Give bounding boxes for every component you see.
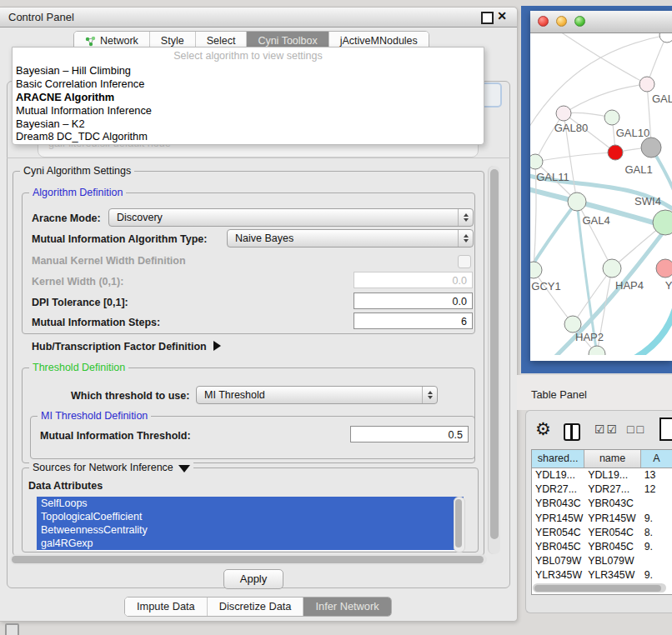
table-row[interactable]: YBR043CYBR043C	[532, 497, 672, 511]
zoom-traffic-light-icon[interactable]	[574, 16, 585, 27]
mi-algorithm-type-label: Mutual Information Algorithm Type:	[32, 233, 207, 245]
column-header[interactable]: name	[584, 450, 641, 468]
scrollbar-thumb[interactable]	[534, 585, 661, 592]
network-edge	[534, 270, 573, 324]
control-panel-window: Control Panel ✕ NetworkStyleSelectCyni T…	[0, 7, 518, 622]
manual-kernel-width-checkbox[interactable]	[458, 255, 471, 268]
control-panel-titlebar: Control Panel ✕	[0, 8, 517, 28]
network-node-gal4[interactable]	[568, 192, 586, 211]
which-threshold-combo[interactable]: MI Threshold	[196, 386, 438, 404]
minimize-traffic-light-icon[interactable]	[556, 16, 567, 27]
kernel-width-input[interactable]: 0.0	[354, 272, 473, 288]
table-panel-title: Table Panel	[531, 388, 587, 401]
combo-stepper-icon	[458, 230, 473, 247]
table-cell: 13	[641, 468, 672, 482]
algorithm-option[interactable]: ARACNE Algorithm	[13, 91, 484, 104]
mi-algorithm-type-combo[interactable]: Naive Bayes	[227, 229, 474, 248]
columns-icon[interactable]	[564, 423, 580, 441]
sources-group-title[interactable]: Sources for Network Inference	[29, 462, 193, 473]
bottom-tab-infer-network[interactable]: Infer Network	[303, 598, 390, 616]
algorithm-option[interactable]: Bayesian – Hill Climbing	[13, 64, 484, 78]
apply-button[interactable]: Apply	[223, 569, 283, 589]
network-node[interactable]	[641, 138, 661, 158]
table-row[interactable]: YDR27...YDR27...12	[532, 482, 672, 497]
node-label: Y	[665, 279, 672, 292]
network-canvas[interactable]: GALGAL80GAL10GAL1GAL11GAL4SWI4GCY1HAP4YH…	[530, 33, 672, 355]
algorithm-option[interactable]: Bayesian – K2	[13, 118, 484, 131]
table-panel-titlebar: Table Panel	[517, 375, 672, 410]
gear-icon[interactable]: ⚙	[535, 419, 551, 439]
node-label: GAL10	[616, 127, 649, 139]
scrollbar-thumb[interactable]	[455, 499, 462, 548]
threshold-definition-title: Threshold Definition	[29, 362, 128, 373]
algorithm-option[interactable]: Dream8 DC_TDC Algorithm	[13, 130, 484, 143]
node-label: GAL	[652, 92, 672, 105]
node-table: shared...nameA YDL19...YDL19...13YDR27..…	[531, 449, 672, 595]
table-horizontal-scrollbar[interactable]	[533, 583, 666, 592]
collapsed-panel-icon[interactable]	[5, 623, 19, 635]
network-node-hap4[interactable]	[603, 259, 621, 278]
bottom-tab-discretize-data[interactable]: Discretize Data	[208, 598, 304, 616]
network-node-gal10[interactable]	[604, 110, 619, 125]
hub-tf-section-toggle[interactable]: Hub/Transcription Factor Definition	[32, 341, 221, 352]
table-cell: 9.	[641, 512, 672, 526]
table-row[interactable]: YDL19...YDL19...13	[532, 468, 672, 482]
which-threshold-label: Which threshold to use:	[71, 390, 189, 402]
aracne-mode-combo[interactable]: Discovery	[108, 208, 474, 227]
network-node-hap2[interactable]	[564, 316, 581, 332]
data-attribute-item[interactable]: gal4RGexp	[37, 537, 464, 550]
network-edge	[629, 308, 672, 355]
manual-kernel-width-label: Manual Kernel Width Definition	[32, 255, 186, 267]
mi-threshold-input[interactable]: 0.5	[350, 426, 469, 442]
attributes-list-scrollbar[interactable]	[454, 497, 465, 552]
network-node-gal80[interactable]	[556, 106, 571, 121]
table-row[interactable]: YBR045CYBR045C9.	[532, 540, 672, 554]
network-node-gal[interactable]	[639, 77, 654, 92]
network-node[interactable]	[659, 33, 672, 42]
export-table-icon[interactable]	[659, 418, 672, 441]
scrollbar-thumb[interactable]	[12, 556, 484, 563]
scrollbar-thumb[interactable]	[490, 169, 499, 539]
network-node-gcy1[interactable]	[530, 262, 542, 278]
network-edge	[647, 35, 667, 84]
table-cell: YBR045C	[584, 540, 640, 554]
table-cell: YBR045C	[532, 540, 584, 554]
data-attribute-item[interactable]: SelfLoops	[37, 497, 464, 510]
node-label: GAL11	[536, 171, 569, 183]
kernel-width-label: Kernel Width (0,1):	[32, 276, 123, 288]
mi-steps-input[interactable]: 6	[354, 312, 473, 329]
table-cell: YDR27...	[584, 482, 640, 497]
column-header[interactable]: A	[641, 450, 672, 468]
algorithm-option[interactable]: Mutual Information Inference	[13, 104, 484, 118]
table-row[interactable]: YPR145WYPR145W9.	[532, 512, 672, 526]
float-window-icon[interactable]	[481, 12, 494, 24]
dpi-tolerance-input[interactable]: 0.0	[354, 292, 473, 309]
node-label: GAL1	[624, 163, 652, 176]
mi-threshold-label: Mutual Information Threshold:	[40, 430, 191, 442]
table-row[interactable]: YBL079WYBL079W	[532, 554, 672, 568]
table-row[interactable]: YLR345WYLR345W9.	[532, 568, 672, 582]
algorithm-option[interactable]: Basic Correlation Inference	[13, 78, 484, 91]
network-view-window: GALGAL80GAL10GAL1GAL11GAL4SWI4GCY1HAP4YH…	[530, 11, 672, 361]
data-attribute-item[interactable]: BetweennessCentrality	[37, 523, 464, 537]
network-window-titlebar[interactable]	[530, 11, 672, 33]
close-icon[interactable]: ✕	[496, 10, 508, 22]
table-body: YDL19...YDL19...13YDR27...YDR27...12YBR0…	[532, 468, 672, 584]
control-panel-title: Control Panel	[8, 11, 74, 23]
settings-vertical-scrollbar[interactable]	[488, 166, 500, 554]
column-header[interactable]: shared...	[532, 450, 584, 468]
table-cell: 9.	[641, 568, 672, 582]
bottom-tab-impute-data[interactable]: Impute Data	[125, 598, 208, 616]
table-row[interactable]: YER054CYER054C8.	[532, 526, 672, 540]
deselect-all-checkboxes-icon[interactable]: □□	[627, 422, 646, 436]
screen: Control Panel ✕ NetworkStyleSelectCyni T…	[0, 0, 672, 635]
network-desktop-frame: GALGAL80GAL10GAL1GAL11GAL4SWI4GCY1HAP4YH…	[521, 6, 672, 373]
network-node-gal11[interactable]	[530, 154, 543, 169]
data-attribute-item[interactable]: TopologicalCoefficient	[37, 510, 464, 523]
settings-horizontal-scrollbar[interactable]	[10, 554, 487, 565]
select-all-checkboxes-icon[interactable]: ☑☑	[594, 422, 619, 436]
table-cell: YDL19...	[532, 468, 584, 482]
close-traffic-light-icon[interactable]	[538, 16, 549, 27]
network-node-gal1[interactable]	[608, 145, 623, 160]
network-node-y[interactable]	[656, 259, 672, 278]
